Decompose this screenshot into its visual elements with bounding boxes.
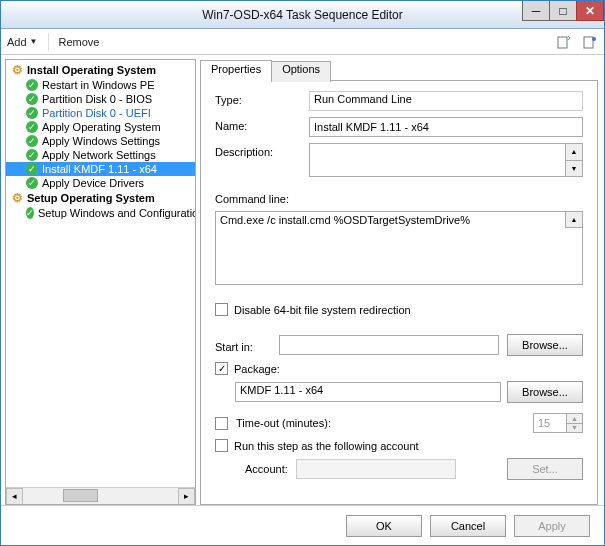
scroll-track[interactable] [23, 488, 178, 505]
set-account-button: Set... [507, 458, 583, 480]
window-buttons: ─ □ ✕ [523, 1, 604, 21]
left-pane: ⚙ Install Operating System ✓Restart in W… [1, 55, 196, 505]
chevron-down-icon: ▼ [30, 37, 38, 46]
check-icon: ✓ [26, 149, 38, 161]
properties-panel: Type: Run Command Line Name: Description… [200, 80, 598, 505]
add-menu[interactable]: Add ▼ [7, 36, 38, 48]
check-icon: ✓ [26, 177, 38, 189]
tab-strip: Properties Options [200, 59, 598, 80]
tree-item-label: Setup Windows and Configuration [38, 207, 196, 219]
scroll-buttons[interactable]: ▲▼ [565, 144, 582, 176]
tree-group-setup-os[interactable]: ⚙ Setup Operating System [6, 190, 195, 206]
check-icon: ✓ [26, 79, 38, 91]
tree-item[interactable]: ✓Apply Operating System [6, 120, 195, 134]
task-tree[interactable]: ⚙ Install Operating System ✓Restart in W… [5, 59, 196, 505]
toolbar: Add ▼ Remove [1, 29, 604, 55]
tree-item[interactable]: ✓Setup Windows and Configuration [6, 206, 195, 220]
main-split: ⚙ Install Operating System ✓Restart in W… [1, 55, 604, 505]
group-label: Install Operating System [27, 64, 156, 76]
timeout-label: Time-out (minutes): [236, 417, 331, 429]
tab-properties[interactable]: Properties [200, 60, 272, 81]
svg-point-2 [592, 37, 596, 41]
right-pane: Properties Options Type: Run Command Lin… [196, 55, 604, 505]
tree-item-label: Apply Network Settings [42, 149, 156, 161]
check-icon: ✓ [26, 207, 34, 219]
add-label: Add [7, 36, 27, 48]
separator [48, 33, 49, 51]
tree-item[interactable]: ✓Restart in Windows PE [6, 78, 195, 92]
window-title: Win7-OSD-x64 Task Sequence Editor [1, 8, 604, 22]
account-input [296, 459, 456, 479]
commandline-input[interactable]: Cmd.exe /c install.cmd %OSDTargetSystemD… [215, 211, 583, 285]
tree-item[interactable]: ✓Apply Windows Settings [6, 134, 195, 148]
close-button[interactable]: ✕ [576, 1, 604, 21]
apply-button: Apply [514, 515, 590, 537]
description-input[interactable]: ▲▼ [309, 143, 583, 177]
scroll-left-icon[interactable]: ◂ [6, 488, 23, 505]
titlebar: Win7-OSD-x64 Task Sequence Editor ─ □ ✕ [1, 1, 604, 29]
package-value: KMDF 1.11 - x64 [235, 382, 501, 402]
scroll-thumb[interactable] [63, 489, 98, 502]
tab-options[interactable]: Options [271, 61, 331, 82]
check-icon: ✓ [26, 135, 38, 147]
tree-item-label: Apply Windows Settings [42, 135, 160, 147]
tree-item-selected[interactable]: ✓Install KMDF 1.11 - x64 [6, 162, 195, 176]
check-icon: ✓ [26, 107, 38, 119]
runas-checkbox-row[interactable]: Run this step as the following account [215, 439, 583, 452]
description-label: Description: [215, 143, 301, 158]
properties-icon[interactable] [582, 34, 598, 50]
package-browse-button[interactable]: Browse... [507, 381, 583, 403]
tree-item[interactable]: ✓Apply Device Drivers [6, 176, 195, 190]
startin-input[interactable] [279, 335, 499, 355]
new-item-icon[interactable] [556, 34, 572, 50]
account-label: Account: [245, 463, 288, 475]
cancel-button[interactable]: Cancel [430, 515, 506, 537]
checkbox-unchecked[interactable] [215, 303, 228, 316]
tree-item-label: Apply Device Drivers [42, 177, 144, 189]
type-label: Type: [215, 91, 301, 106]
gear-icon: ⚙ [10, 191, 24, 205]
redirect-label: Disable 64-bit file system redirection [234, 304, 411, 316]
name-input[interactable] [309, 117, 583, 137]
package-label: Package: [234, 363, 280, 375]
check-icon: ✓ [26, 163, 38, 175]
checkbox-unchecked[interactable] [215, 417, 228, 430]
ok-button[interactable]: OK [346, 515, 422, 537]
maximize-button[interactable]: □ [549, 1, 577, 21]
up-arrow-icon[interactable]: ▲ [565, 212, 582, 228]
timeout-value: 15 [538, 417, 550, 429]
commandline-text: Cmd.exe /c install.cmd %OSDTargetSystemD… [220, 214, 470, 226]
minimize-button[interactable]: ─ [522, 1, 550, 21]
runas-label: Run this step as the following account [234, 440, 419, 452]
tree-group-install-os[interactable]: ⚙ Install Operating System [6, 62, 195, 78]
spin-up-icon: ▲ [566, 414, 582, 424]
up-arrow-icon[interactable]: ▲ [565, 144, 582, 161]
checkbox-unchecked[interactable] [215, 439, 228, 452]
tree-item[interactable]: ✓Partition Disk 0 - BIOS [6, 92, 195, 106]
dialog-footer: OK Cancel Apply [1, 505, 604, 545]
remove-button[interactable]: Remove [59, 36, 100, 48]
commandline-label: Command line: [215, 193, 583, 205]
down-arrow-icon[interactable]: ▼ [565, 161, 582, 177]
tree-item[interactable]: ✓Partition Disk 0 - UEFI [6, 106, 195, 120]
tree-item-label: Partition Disk 0 - BIOS [42, 93, 152, 105]
group-label: Setup Operating System [27, 192, 155, 204]
redirect-checkbox-row[interactable]: Disable 64-bit file system redirection [215, 303, 583, 316]
timeout-spinner: 15 ▲▼ [533, 413, 583, 433]
svg-rect-1 [584, 37, 593, 48]
tree-item[interactable]: ✓Apply Network Settings [6, 148, 195, 162]
check-icon: ✓ [26, 121, 38, 133]
package-checkbox-row[interactable]: ✓ Package: [215, 362, 583, 375]
tree-item-label: Apply Operating System [42, 121, 161, 133]
tree-item-label: Install KMDF 1.11 - x64 [42, 163, 157, 175]
type-value: Run Command Line [309, 91, 583, 111]
scroll-right-icon[interactable]: ▸ [178, 488, 195, 505]
spin-down-icon: ▼ [566, 424, 582, 433]
remove-label: Remove [59, 36, 100, 48]
name-label: Name: [215, 117, 301, 132]
gear-icon: ⚙ [10, 63, 24, 77]
checkbox-checked[interactable]: ✓ [215, 362, 228, 375]
startin-browse-button[interactable]: Browse... [507, 334, 583, 356]
tree-item-label: Restart in Windows PE [42, 79, 154, 91]
horizontal-scrollbar[interactable]: ◂ ▸ [6, 487, 195, 504]
